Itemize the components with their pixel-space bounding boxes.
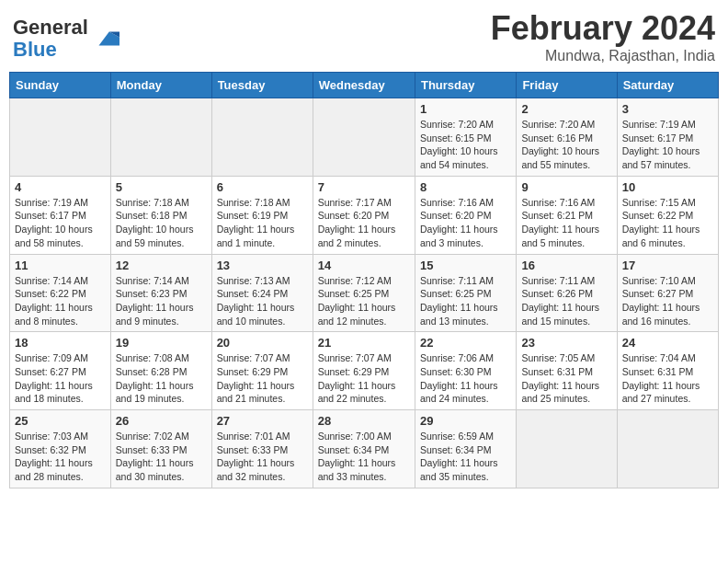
- day-info: Sunrise: 7:18 AMSunset: 6:18 PMDaylight:…: [116, 196, 207, 250]
- day-info: Sunrise: 7:13 AMSunset: 6:24 PMDaylight:…: [217, 274, 308, 328]
- day-number: 13: [217, 259, 308, 272]
- day-info: Sunrise: 7:11 AMSunset: 6:25 PMDaylight:…: [420, 274, 511, 328]
- day-info: Sunrise: 7:16 AMSunset: 6:20 PMDaylight:…: [420, 196, 511, 250]
- day-info: Sunrise: 7:12 AMSunset: 6:25 PMDaylight:…: [318, 274, 410, 328]
- title-block: February 2024 Mundwa, Rajasthan, India: [491, 9, 715, 64]
- day-info: Sunrise: 7:07 AMSunset: 6:29 PMDaylight:…: [217, 351, 308, 406]
- day-info: Sunrise: 7:02 AMSunset: 6:33 PMDaylight:…: [116, 430, 207, 484]
- day-cell: 3Sunrise: 7:19 AMSunset: 6:17 PMDaylight…: [617, 98, 718, 177]
- day-cell: [517, 410, 617, 488]
- day-info: Sunrise: 7:06 AMSunset: 6:30 PMDaylight:…: [420, 351, 511, 406]
- day-cell: [10, 98, 111, 177]
- day-number: 6: [217, 180, 308, 194]
- day-number: 7: [318, 180, 410, 194]
- day-number: 20: [217, 336, 308, 350]
- day-cell: 8Sunrise: 7:16 AMSunset: 6:20 PMDaylight…: [415, 176, 516, 254]
- day-info: Sunrise: 7:08 AMSunset: 6:28 PMDaylight:…: [116, 351, 207, 406]
- day-cell: 27Sunrise: 7:01 AMSunset: 6:33 PMDayligh…: [211, 410, 313, 488]
- day-cell: [617, 410, 718, 488]
- day-number: 23: [521, 336, 611, 350]
- weekday-header-saturday: Saturday: [617, 73, 718, 98]
- week-row-2: 4Sunrise: 7:19 AMSunset: 6:17 PMDaylight…: [10, 176, 719, 254]
- day-cell: 9Sunrise: 7:16 AMSunset: 6:21 PMDaylight…: [517, 176, 617, 254]
- day-number: 28: [318, 414, 410, 428]
- day-info: Sunrise: 7:20 AMSunset: 6:15 PMDaylight:…: [420, 118, 511, 172]
- day-info: Sunrise: 7:05 AMSunset: 6:31 PMDaylight:…: [521, 351, 611, 406]
- day-cell: 1Sunrise: 7:20 AMSunset: 6:15 PMDaylight…: [415, 98, 516, 177]
- week-row-4: 18Sunrise: 7:09 AMSunset: 6:27 PMDayligh…: [10, 332, 719, 410]
- month-title: February 2024: [491, 9, 715, 48]
- day-number: 29: [420, 414, 511, 428]
- day-cell: 11Sunrise: 7:14 AMSunset: 6:22 PMDayligh…: [10, 254, 111, 332]
- day-cell: 14Sunrise: 7:12 AMSunset: 6:25 PMDayligh…: [313, 254, 415, 332]
- weekday-header-row: SundayMondayTuesdayWednesdayThursdayFrid…: [10, 73, 719, 98]
- day-number: 19: [116, 336, 207, 350]
- day-info: Sunrise: 7:17 AMSunset: 6:20 PMDaylight:…: [318, 196, 410, 250]
- weekday-header-sunday: Sunday: [10, 73, 111, 98]
- week-row-1: 1Sunrise: 7:20 AMSunset: 6:15 PMDaylight…: [10, 98, 719, 177]
- day-cell: 15Sunrise: 7:11 AMSunset: 6:25 PMDayligh…: [415, 254, 516, 332]
- day-info: Sunrise: 7:14 AMSunset: 6:22 PMDaylight:…: [15, 274, 106, 328]
- day-cell: 26Sunrise: 7:02 AMSunset: 6:33 PMDayligh…: [110, 410, 211, 488]
- weekday-header-wednesday: Wednesday: [313, 73, 415, 98]
- day-info: Sunrise: 7:19 AMSunset: 6:17 PMDaylight:…: [622, 118, 713, 172]
- day-number: 1: [420, 102, 511, 116]
- day-info: Sunrise: 7:03 AMSunset: 6:32 PMDaylight:…: [15, 430, 106, 484]
- weekday-header-tuesday: Tuesday: [211, 73, 313, 98]
- day-info: Sunrise: 7:00 AMSunset: 6:34 PMDaylight:…: [318, 430, 410, 484]
- weekday-header-thursday: Thursday: [415, 73, 516, 98]
- logo: General Blue: [13, 17, 119, 61]
- week-row-5: 25Sunrise: 7:03 AMSunset: 6:32 PMDayligh…: [10, 410, 719, 488]
- day-cell: 17Sunrise: 7:10 AMSunset: 6:27 PMDayligh…: [617, 254, 718, 332]
- weekday-header-friday: Friday: [517, 73, 617, 98]
- location-title: Mundwa, Rajasthan, India: [491, 48, 715, 64]
- day-number: 15: [420, 259, 511, 272]
- day-number: 22: [420, 336, 511, 350]
- day-cell: 29Sunrise: 6:59 AMSunset: 6:34 PMDayligh…: [415, 410, 516, 488]
- day-number: 4: [15, 180, 106, 194]
- day-cell: 6Sunrise: 7:18 AMSunset: 6:19 PMDaylight…: [211, 176, 313, 254]
- day-info: Sunrise: 7:15 AMSunset: 6:22 PMDaylight:…: [622, 196, 713, 250]
- day-number: 10: [622, 180, 713, 194]
- day-number: 9: [521, 180, 611, 194]
- day-cell: 7Sunrise: 7:17 AMSunset: 6:20 PMDaylight…: [313, 176, 415, 254]
- day-info: Sunrise: 7:10 AMSunset: 6:27 PMDaylight:…: [622, 274, 713, 328]
- day-number: 14: [318, 259, 410, 272]
- day-number: 12: [116, 259, 207, 272]
- day-cell: [211, 98, 313, 177]
- day-number: 5: [116, 180, 207, 194]
- calendar-table: SundayMondayTuesdayWednesdayThursdayFrid…: [9, 72, 719, 488]
- day-number: 2: [521, 102, 611, 116]
- day-cell: 22Sunrise: 7:06 AMSunset: 6:30 PMDayligh…: [415, 332, 516, 410]
- day-cell: 12Sunrise: 7:14 AMSunset: 6:23 PMDayligh…: [110, 254, 211, 332]
- day-info: Sunrise: 7:20 AMSunset: 6:16 PMDaylight:…: [521, 118, 611, 172]
- day-number: 25: [15, 414, 106, 428]
- day-info: Sunrise: 7:19 AMSunset: 6:17 PMDaylight:…: [15, 196, 106, 250]
- day-info: Sunrise: 7:18 AMSunset: 6:19 PMDaylight:…: [217, 196, 308, 250]
- day-number: 16: [521, 259, 611, 272]
- day-info: Sunrise: 7:01 AMSunset: 6:33 PMDaylight:…: [217, 430, 308, 484]
- day-cell: 4Sunrise: 7:19 AMSunset: 6:17 PMDaylight…: [10, 176, 111, 254]
- day-cell: 28Sunrise: 7:00 AMSunset: 6:34 PMDayligh…: [313, 410, 415, 488]
- day-info: Sunrise: 7:11 AMSunset: 6:26 PMDaylight:…: [521, 274, 611, 328]
- day-number: 8: [420, 180, 511, 194]
- day-info: Sunrise: 7:04 AMSunset: 6:31 PMDaylight:…: [622, 351, 713, 406]
- day-info: Sunrise: 6:59 AMSunset: 6:34 PMDaylight:…: [420, 430, 511, 484]
- logo-general-text: General: [13, 16, 88, 39]
- day-cell: 23Sunrise: 7:05 AMSunset: 6:31 PMDayligh…: [517, 332, 617, 410]
- logo-icon: [92, 25, 119, 52]
- day-number: 24: [622, 336, 713, 350]
- day-cell: 5Sunrise: 7:18 AMSunset: 6:18 PMDaylight…: [110, 176, 211, 254]
- day-info: Sunrise: 7:14 AMSunset: 6:23 PMDaylight:…: [116, 274, 207, 328]
- day-cell: [313, 98, 415, 177]
- page-header: General Blue February 2024 Mundwa, Rajas…: [9, 9, 719, 64]
- day-cell: 20Sunrise: 7:07 AMSunset: 6:29 PMDayligh…: [211, 332, 313, 410]
- day-cell: 16Sunrise: 7:11 AMSunset: 6:26 PMDayligh…: [517, 254, 617, 332]
- day-info: Sunrise: 7:09 AMSunset: 6:27 PMDaylight:…: [15, 351, 106, 406]
- week-row-3: 11Sunrise: 7:14 AMSunset: 6:22 PMDayligh…: [10, 254, 719, 332]
- day-info: Sunrise: 7:07 AMSunset: 6:29 PMDaylight:…: [318, 351, 410, 406]
- day-cell: 21Sunrise: 7:07 AMSunset: 6:29 PMDayligh…: [313, 332, 415, 410]
- day-number: 21: [318, 336, 410, 350]
- day-cell: 25Sunrise: 7:03 AMSunset: 6:32 PMDayligh…: [10, 410, 111, 488]
- day-cell: 18Sunrise: 7:09 AMSunset: 6:27 PMDayligh…: [10, 332, 111, 410]
